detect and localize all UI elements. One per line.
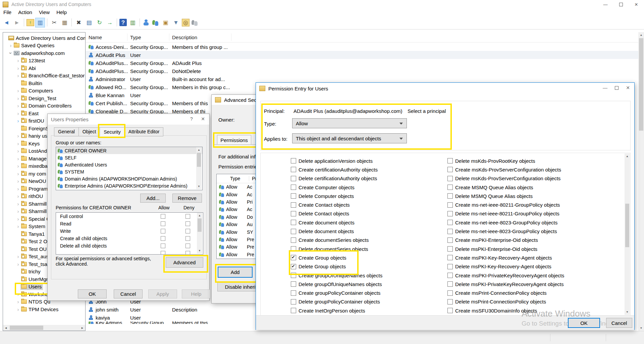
permission-row[interactable]: Full control [56, 213, 203, 220]
paste-icon[interactable]: ▦ [60, 18, 69, 27]
permission-checkbox-item[interactable]: Delete ms-net-ieee-80211-GroupPolicy obj… [447, 209, 564, 218]
minimize-button[interactable]: — [598, 0, 613, 9]
checkbox[interactable] [447, 185, 453, 190]
maximize-button[interactable] [611, 83, 622, 93]
panel-scrollbar[interactable]: ▲ ▼ [625, 153, 630, 315]
permission-checkbox-item[interactable]: Create certificationAuthority objects [291, 165, 382, 174]
column-header-description[interactable]: Description [169, 33, 231, 41]
filter-icon[interactable]: ▼ [171, 18, 180, 27]
checkbox[interactable] [447, 290, 453, 296]
checkbox[interactable] [291, 237, 296, 243]
group-list-item[interactable]: Authenticated Users [56, 161, 202, 168]
chevron-icon[interactable]: › [16, 299, 20, 304]
chevron-icon[interactable]: › [16, 179, 20, 184]
chevron-icon[interactable]: › [16, 118, 20, 123]
list-row[interactable]: Administrator User Built-in account for … [86, 75, 638, 83]
add-button[interactable]: Add... [140, 194, 166, 203]
type-dropdown[interactable]: Allow [292, 118, 407, 128]
group-list-item[interactable]: SYSTEM [56, 168, 202, 175]
chevron-icon[interactable]: › [16, 103, 20, 108]
close-button[interactable]: ✕ [622, 83, 634, 93]
select-principal-link[interactable]: Select a principal [408, 108, 446, 114]
checkbox[interactable] [291, 308, 296, 313]
scroll-down-icon[interactable]: ▼ [638, 325, 644, 331]
checkbox[interactable] [291, 290, 296, 296]
permission-row[interactable]: Delete all child objects [56, 242, 203, 250]
checkbox[interactable] [291, 185, 296, 190]
tab-permissions[interactable]: Permissions [217, 135, 251, 145]
checkbox[interactable] [447, 255, 453, 260]
new-user-icon[interactable] [142, 18, 150, 26]
help-button-bottom[interactable]: Help [182, 289, 211, 298]
chevron-icon[interactable]: › [16, 307, 20, 312]
tree-item[interactable]: › BranchOffice-East_testor [3, 72, 85, 80]
checkbox[interactable] [291, 220, 296, 225]
delete-icon[interactable]: ✖ [74, 18, 83, 27]
find-icon[interactable]: ◎ [182, 19, 190, 26]
tree-item[interactable]: › Design_Test [3, 94, 85, 102]
permission-checkbox-item[interactable]: Create groupOfUniqueNames objects [291, 271, 382, 280]
column-header-name[interactable]: Name [86, 33, 127, 41]
checkbox[interactable] [291, 264, 296, 269]
apply-button[interactable]: Apply [148, 289, 177, 298]
permission-checkbox-item[interactable]: Delete msPKI-Key-Recovery-Agent objects [447, 262, 564, 271]
scroll-thumb[interactable] [625, 204, 629, 247]
scroll-up-icon[interactable]: ▲ [197, 213, 202, 218]
checkbox[interactable] [447, 281, 453, 287]
permission-checkbox-item[interactable]: Delete certificationAuthority objects [291, 174, 382, 183]
show-console-tree-icon[interactable]: ▥ [36, 18, 45, 27]
permission-checkbox-item[interactable]: Create groupPolicyContainer objects [291, 288, 382, 297]
scroll-thumb[interactable] [198, 218, 202, 232]
checkbox[interactable] [291, 167, 296, 172]
checkbox[interactable] [291, 273, 296, 278]
chevron-icon[interactable]: › [16, 111, 20, 116]
chevron-icon[interactable]: › [16, 292, 20, 297]
checkbox[interactable] [447, 237, 453, 243]
scroll-up-icon[interactable]: ▲ [638, 32, 644, 38]
checkbox[interactable] [447, 246, 453, 252]
chevron-icon[interactable]: › [16, 141, 20, 146]
chevron-icon[interactable]: › [16, 171, 20, 176]
list-row[interactable]: Access-Deni... Security Group... Members… [86, 43, 638, 51]
type-column-header[interactable]: Type [217, 176, 249, 181]
tree-item[interactable]: › Active Directory Users and Com [3, 34, 85, 42]
cancel-button[interactable]: Cancel [606, 318, 632, 328]
permission-checkbox-item[interactable]: Create msPrint-ConnectionPolicy objects [447, 288, 564, 297]
checkbox[interactable] [291, 211, 296, 216]
chevron-icon[interactable]: › [16, 66, 20, 71]
group-list-item[interactable]: CREATOR OWNER [56, 147, 202, 154]
checkbox[interactable] [291, 158, 296, 163]
permission-checkbox-item[interactable]: Delete documentSeries objects [291, 245, 382, 253]
allow-checkbox[interactable] [161, 236, 165, 241]
permission-checkbox-item[interactable]: Delete ms-net-ieee-8023-GroupPolicy obje… [447, 227, 564, 235]
list-vertical-scrollbar[interactable]: ▲ ▼ [638, 32, 644, 331]
chevron-icon[interactable]: › [8, 43, 13, 48]
checkbox[interactable] [447, 211, 453, 216]
applies-to-dropdown[interactable]: This object and all descendant objects [292, 133, 407, 143]
deny-checkbox[interactable] [185, 214, 190, 219]
allow-checkbox[interactable] [161, 229, 165, 233]
permission-checkbox-item[interactable]: Delete Computer objects [291, 192, 382, 200]
chevron-icon[interactable]: › [16, 201, 20, 206]
new-ou-icon[interactable]: ▣ [161, 18, 170, 27]
permission-checkbox-item[interactable]: Delete msPKI-PrivateKeyRecoveryAgent obj… [447, 280, 564, 288]
close-button[interactable]: ✕ [197, 114, 209, 124]
scroll-thumb[interactable] [197, 153, 201, 167]
tree-item[interactable]: › adapworkshop.com [3, 49, 85, 57]
deny-checkbox[interactable] [185, 229, 190, 233]
scroll-right-icon[interactable]: ► [79, 326, 85, 330]
menu-help[interactable]: Help [53, 9, 70, 15]
chevron-icon[interactable]: › [16, 254, 20, 259]
ok-button[interactable]: OK [78, 289, 107, 298]
menu-file[interactable]: File [0, 9, 15, 15]
permission-row[interactable]: Create all child objects [56, 235, 203, 242]
checkbox[interactable] [291, 299, 296, 304]
checkbox[interactable] [291, 202, 296, 208]
permission-checkbox-item[interactable]: Create document objects [291, 218, 382, 227]
scroll-down-icon[interactable]: ▼ [197, 248, 202, 254]
chevron-icon[interactable]: › [16, 148, 20, 153]
help-button[interactable]: ? [186, 114, 197, 124]
scroll-down-icon[interactable]: ▼ [625, 309, 630, 315]
checkbox[interactable] [291, 255, 296, 260]
allow-checkbox[interactable] [161, 244, 165, 248]
